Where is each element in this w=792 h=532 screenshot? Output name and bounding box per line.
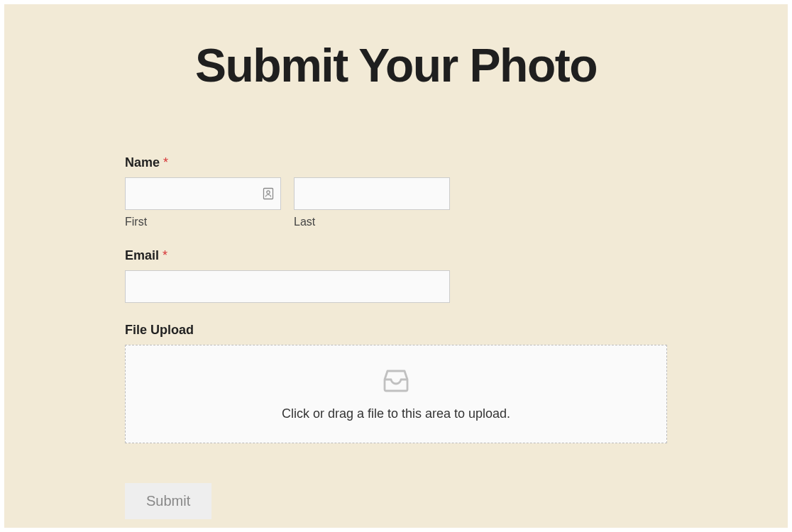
file-upload-hint: Click or drag a file to this area to upl… bbox=[140, 406, 652, 421]
page-container: Submit Your Photo Name * bbox=[4, 4, 788, 528]
last-name-input[interactable] bbox=[294, 177, 450, 210]
file-upload-field-group: File Upload Click or drag a file to this… bbox=[125, 323, 667, 443]
name-required-mark: * bbox=[163, 155, 168, 170]
svg-point-1 bbox=[267, 190, 270, 193]
first-name-wrapper bbox=[125, 177, 281, 210]
last-name-col: Last bbox=[294, 177, 450, 228]
first-name-sublabel: First bbox=[125, 216, 281, 228]
name-label-text: Name bbox=[125, 155, 160, 170]
first-name-col: First bbox=[125, 177, 281, 228]
email-label-text: Email bbox=[125, 248, 159, 262]
file-upload-label: File Upload bbox=[125, 323, 667, 338]
submit-photo-form: Name * First bbox=[125, 155, 667, 519]
email-field-group: Email * bbox=[125, 248, 667, 303]
email-input[interactable] bbox=[125, 270, 450, 303]
email-label: Email * bbox=[125, 248, 667, 263]
first-name-input[interactable] bbox=[125, 177, 281, 210]
name-row: First Last bbox=[125, 177, 667, 228]
page-title: Submit Your Photo bbox=[125, 40, 667, 92]
inbox-icon bbox=[380, 367, 412, 397]
submit-button[interactable]: Submit bbox=[125, 483, 211, 519]
email-required-mark: * bbox=[163, 248, 167, 262]
name-field-group: Name * First bbox=[125, 155, 667, 228]
contact-card-icon bbox=[263, 187, 274, 200]
name-label: Name * bbox=[125, 155, 667, 170]
last-name-sublabel: Last bbox=[294, 216, 450, 228]
file-upload-dropzone[interactable]: Click or drag a file to this area to upl… bbox=[125, 345, 667, 443]
